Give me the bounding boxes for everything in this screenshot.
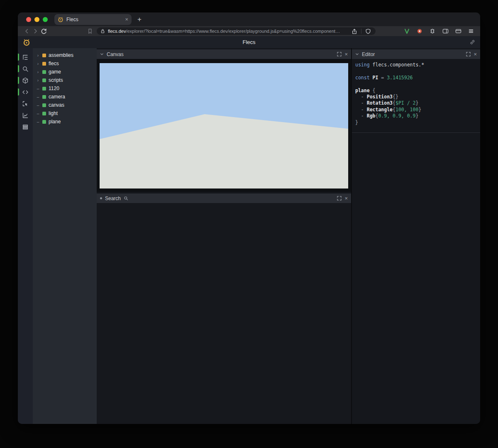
tree-item-label: game (49, 69, 61, 75)
reload-icon[interactable] (39, 27, 48, 35)
search-magnifier-icon (124, 196, 128, 201)
tree-item-label: plane (49, 119, 61, 125)
url-domain: flecs.dev (108, 29, 126, 34)
expander-icon[interactable]: – (36, 95, 40, 99)
tree-item-label: assemblies (49, 52, 73, 58)
tree-item-canvas[interactable]: –canvas (33, 101, 97, 109)
tab-title: Flecs (66, 17, 122, 22)
code-line: - Rgb{0.9, 0.9, 0.9} (355, 113, 477, 119)
editor-empty-area (352, 133, 480, 424)
lock-icon (100, 27, 105, 35)
collapse-chevron-icon[interactable] (355, 52, 359, 56)
status-dot (100, 197, 102, 199)
rail-inspector-icon[interactable] (18, 99, 33, 108)
tree-item-label: canvas (49, 102, 64, 108)
forward-icon[interactable] (31, 27, 39, 35)
expander-icon[interactable]: › (36, 53, 40, 58)
entity-color-square (42, 120, 46, 124)
canvas-panel-header: Canvas × (97, 49, 351, 59)
tree-item-label: flecs (49, 61, 59, 66)
back-icon[interactable] (23, 27, 31, 35)
new-tab-button[interactable]: + (137, 16, 142, 23)
main-column: Canvas × Search (97, 48, 351, 424)
entity-color-square (42, 54, 46, 57)
close-icon[interactable]: × (474, 51, 477, 57)
window-close-button[interactable] (26, 17, 31, 22)
tree-item-game[interactable]: ›game (33, 68, 97, 76)
entity-color-square (42, 62, 46, 66)
entity-color-square (42, 103, 46, 107)
app-header: Flecs (18, 36, 480, 48)
extensions-puzzle-icon[interactable] (428, 27, 437, 35)
code-line (355, 68, 477, 74)
expander-icon[interactable]: › (36, 78, 40, 83)
window-zoom-button[interactable] (43, 17, 48, 22)
share-link-icon[interactable] (470, 39, 475, 45)
canvas-3d-viewport[interactable] (100, 63, 348, 189)
expand-icon[interactable] (466, 52, 471, 56)
editor-column: Editor × using flecs.components.* const … (352, 48, 480, 424)
search-panel-header: Search × (97, 193, 351, 203)
tree-item-camera[interactable]: –camera (33, 93, 97, 101)
rail-entity-tree-icon[interactable] (18, 52, 33, 62)
tree-item-assemblies[interactable]: ›assemblies (33, 51, 97, 59)
expander-icon[interactable]: – (36, 86, 40, 91)
expand-icon[interactable] (337, 52, 342, 56)
url-text: flecs.dev/explorer/?local=true&wasm=http… (108, 29, 348, 34)
rail-scripts-icon[interactable] (18, 87, 33, 97)
tree-item-label: camera (49, 94, 65, 100)
browser-toolbar: flecs.dev/explorer/?local=true&wasm=http… (18, 26, 480, 36)
window-controls (26, 17, 48, 22)
rail-entities-icon[interactable] (18, 76, 33, 85)
address-bar[interactable]: flecs.dev/explorer/?local=true&wasm=http… (97, 27, 376, 35)
window-minimize-button[interactable] (34, 17, 39, 22)
menu-icon[interactable] (467, 27, 475, 35)
tree-item-scripts[interactable]: ›scripts (33, 76, 97, 84)
share-icon[interactable] (350, 27, 359, 35)
shield-icon[interactable] (364, 27, 372, 35)
browser-tab-flecs[interactable]: Flecs × (54, 14, 132, 25)
expander-icon[interactable]: – (36, 103, 40, 108)
tree-item-flecs[interactable]: ›flecs (33, 59, 97, 68)
expand-icon[interactable] (337, 196, 342, 201)
code-line: } (355, 120, 477, 126)
code-line (355, 81, 477, 87)
desktop: Flecs × + flecs.dev/ (0, 0, 498, 448)
search-panel-title: Search (105, 196, 121, 201)
wallet-icon[interactable] (454, 27, 462, 35)
code-line: - Rectangle{100, 100} (355, 107, 477, 113)
entity-color-square (42, 87, 46, 91)
page-title: Flecs (18, 39, 480, 45)
entity-color-square (42, 95, 46, 99)
bookmark-icon[interactable] (86, 27, 94, 35)
browser-window: Flecs × + flecs.dev/ (18, 12, 480, 424)
rail-statistics-icon[interactable] (18, 110, 33, 120)
code-line: const PI = 3.1415926 (355, 75, 477, 81)
rail-memory-icon[interactable] (18, 122, 33, 132)
sidebar-toggle-icon[interactable] (441, 27, 449, 35)
code-line: using flecs.components.* (355, 62, 477, 68)
tab-bar: Flecs × + (18, 12, 480, 26)
expander-icon[interactable]: › (36, 61, 40, 66)
expander-icon[interactable]: – (36, 120, 40, 124)
canvas-viewport-wrap (97, 59, 351, 192)
tree-item-1120[interactable]: –1120 (33, 84, 97, 93)
tree-item-light[interactable]: –light (33, 109, 97, 118)
expander-icon[interactable]: – (36, 111, 40, 116)
expander-icon[interactable]: › (36, 70, 40, 74)
close-icon[interactable]: × (344, 51, 348, 57)
tab-close-icon[interactable]: × (125, 17, 128, 22)
script-editor[interactable]: using flecs.components.* const PI = 3.14… (352, 59, 480, 133)
app-body: ›assemblies›flecs›game›scripts–1120–came… (18, 48, 480, 424)
vpn-icon[interactable] (403, 27, 411, 35)
collapse-chevron-icon[interactable] (100, 52, 104, 56)
rail-search-icon[interactable] (18, 64, 33, 73)
editor-panel-title: Editor (362, 51, 375, 57)
main-empty-area (97, 203, 351, 424)
editor-panel-header: Editor × (352, 49, 480, 59)
entity-color-square (42, 112, 46, 115)
extension-badge-icon[interactable] (415, 27, 424, 35)
tree-item-plane[interactable]: –plane (33, 118, 97, 126)
url-path: /explorer/?local=true&wasm=https://www.f… (126, 29, 340, 34)
close-icon[interactable]: × (344, 196, 348, 201)
